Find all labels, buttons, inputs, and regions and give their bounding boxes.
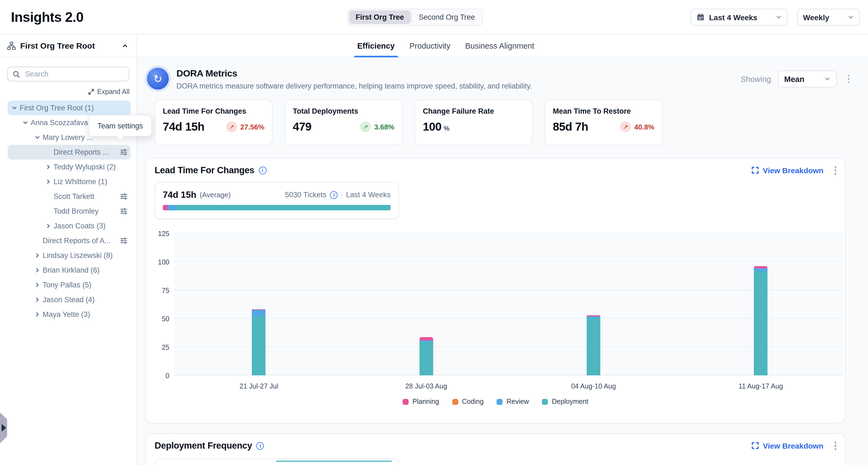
metric-card-mean-time-to-restore: Mean Time To Restore85d 7h↗40.8% — [545, 99, 662, 145]
metric-value: 74d 15h — [163, 120, 204, 133]
tree-item-brian-kirkland-6[interactable]: Brian Kirkland (6) — [8, 263, 130, 278]
chevron-right-icon[interactable] — [32, 297, 42, 303]
y-axis-tick: 100 — [153, 258, 169, 266]
tree-item-label: Anna Scozzafava — [31, 119, 88, 127]
sidebar-collapse-button[interactable] — [121, 41, 129, 50]
tree-item-teddy-wylupski-2[interactable]: Teddy Wylupski (2) — [8, 160, 130, 174]
chevron-right-icon[interactable] — [32, 252, 42, 258]
y-axis-tick: 75 — [153, 287, 169, 294]
average-period: Last 4 Weeks — [346, 191, 391, 199]
org-tree-tab-second[interactable]: Second Org Tree — [412, 10, 482, 24]
sidebar-title: First Org Tree Root — [20, 41, 116, 50]
team-settings-icon[interactable] — [120, 208, 127, 215]
team-settings-icon[interactable] — [120, 237, 127, 244]
tree-item-maya-yette-3[interactable]: Maya Yette (3) — [8, 307, 130, 322]
arrow-right-icon — [2, 424, 6, 432]
tree-item-jason-coats-3[interactable]: Jason Coats (3) — [8, 219, 130, 233]
chevron-down-icon[interactable] — [9, 105, 20, 111]
deployment-summary-card — [155, 459, 399, 465]
bar-11-aug-17-aug[interactable] — [754, 267, 768, 375]
legend-item-coding[interactable]: Coding — [452, 398, 484, 405]
bar-segment-deployment — [252, 316, 266, 375]
granularity-select[interactable]: Weekly — [797, 9, 860, 26]
chevron-right-icon[interactable] — [42, 223, 54, 229]
tree-item-first-org-tree-root-1[interactable]: First Org Tree Root (1) — [8, 100, 130, 115]
tree-item-liz-whittome-1[interactable]: Liz Whittome (1) — [8, 174, 130, 189]
view-breakdown-link[interactable]: View Breakdown — [752, 166, 824, 175]
tree-item-jason-stead-4[interactable]: Jason Stead (4) — [8, 292, 130, 307]
deployment-kebab-menu[interactable] — [832, 439, 838, 452]
tab-productivity[interactable]: Productivity — [409, 34, 451, 57]
y-axis-tick: 0 — [153, 372, 169, 380]
metric-delta-value: 27.56% — [240, 123, 265, 131]
period-select[interactable]: Last 4 Weeks — [690, 9, 788, 26]
lead-time-kebab-menu[interactable] — [832, 164, 838, 177]
team-settings-icon[interactable] — [120, 149, 127, 156]
expand-all-link[interactable]: Expand All — [88, 88, 129, 96]
legend-swatch — [403, 399, 409, 405]
period-select-value: Last 4 Weeks — [709, 13, 757, 22]
tree-item-label: Lindsay Liszewski (8) — [42, 251, 113, 259]
metric-title: Total Deployments — [293, 107, 394, 115]
bar-28-jul-03-aug[interactable] — [419, 337, 433, 375]
showing-select-value: Mean — [784, 74, 804, 83]
chevron-down-icon[interactable] — [32, 134, 42, 141]
chevron-right-icon[interactable] — [42, 164, 54, 170]
x-axis-label: 21 Jul-27 Jul — [240, 382, 278, 390]
tree-item-lindsay-liszewski-8[interactable]: Lindsay Liszewski (8) — [8, 248, 130, 263]
bar-segment-review — [252, 310, 266, 316]
legend-swatch — [542, 399, 548, 405]
legend-item-review[interactable]: Review — [497, 398, 529, 405]
chevron-right-icon[interactable] — [32, 267, 42, 273]
trend-up-icon: ↗ — [360, 121, 371, 132]
trend-up-icon: ↗ — [620, 121, 631, 132]
search-input[interactable] — [24, 69, 124, 79]
chevron-down-icon[interactable] — [20, 120, 31, 126]
chevron-right-icon[interactable] — [32, 311, 42, 317]
tree-item-todd-bromley[interactable]: Todd Bromley — [8, 204, 130, 219]
progress-segment-planning — [163, 205, 168, 210]
progress-segment-review — [168, 205, 175, 210]
gridline — [174, 289, 843, 290]
tree-item-direct-reports[interactable]: Direct Reports ... — [8, 145, 130, 160]
showing-select[interactable]: Mean — [778, 70, 837, 87]
tickets-info-icon[interactable]: i — [330, 191, 338, 198]
bar-04-aug-10-aug[interactable] — [587, 315, 600, 375]
tree-item-label: Teddy Wylupski (2) — [54, 163, 116, 171]
expand-all-label: Expand All — [97, 88, 129, 96]
info-icon[interactable]: i — [259, 167, 266, 174]
metric-cards-row: Lead Time For Changes74d 15h↗27.56%Total… — [155, 99, 662, 145]
tree-item-label: Direct Reports of A... — [42, 237, 111, 245]
segment-divider — [411, 12, 412, 22]
main-content: EfficiencyProductivityBusiness Alignment… — [137, 34, 868, 465]
breakdown-corners-icon — [752, 167, 759, 174]
deployment-progress-strip — [276, 460, 392, 462]
average-label: (Average) — [200, 191, 231, 199]
team-settings-icon[interactable] — [120, 193, 127, 200]
granularity-select-value: Weekly — [803, 13, 829, 22]
org-chart-icon — [7, 41, 16, 50]
gridline — [174, 375, 843, 375]
tree-item-label: Mary Lowery ... — [42, 133, 93, 142]
org-tree-tab-first[interactable]: First Org Tree — [349, 10, 410, 24]
dora-kebab-menu[interactable] — [845, 73, 851, 86]
expand-arrows-icon — [88, 89, 94, 95]
tickets-count: 5030 Tickets — [285, 191, 327, 199]
chevron-right-icon[interactable] — [32, 282, 42, 288]
chevron-up-icon — [122, 42, 128, 49]
tree-item-scott-tarkett[interactable]: Scott Tarkett — [8, 189, 130, 204]
tree-item-tony-pallas-5[interactable]: Tony Pallas (5) — [8, 278, 130, 292]
bar-21-jul-27-jul[interactable] — [252, 309, 266, 375]
info-icon[interactable]: i — [256, 442, 264, 450]
metric-delta-badge: ↗3.68% — [360, 121, 394, 132]
chevron-right-icon[interactable] — [42, 179, 54, 185]
legend-item-deployment[interactable]: Deployment — [542, 398, 588, 405]
tab-business-alignment[interactable]: Business Alignment — [465, 34, 534, 57]
view-breakdown-link[interactable]: View Breakdown — [752, 441, 824, 450]
tree-item-direct-reports-of-a[interactable]: Direct Reports of A... — [8, 233, 130, 248]
meta-divider — [342, 191, 342, 199]
legend-item-planning[interactable]: Planning — [403, 398, 439, 405]
legend-label: Deployment — [552, 398, 588, 405]
tab-efficiency[interactable]: Efficiency — [357, 34, 395, 57]
chevron-down-icon — [776, 14, 782, 20]
